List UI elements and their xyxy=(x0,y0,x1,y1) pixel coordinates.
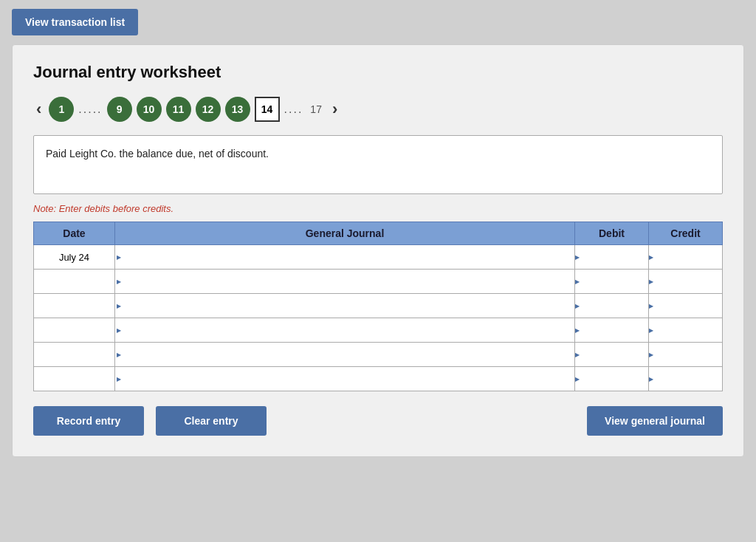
record-entry-button[interactable]: Record entry xyxy=(33,406,144,436)
credit-input-5[interactable] xyxy=(655,343,722,366)
step-14-current[interactable]: 14 xyxy=(255,97,280,122)
debit-cell-1[interactable] xyxy=(575,245,649,270)
table-row xyxy=(34,367,723,391)
gj-indicator-6 xyxy=(115,367,121,391)
gj-input-1[interactable] xyxy=(121,245,574,269)
main-panel: Journal entry worksheet ‹ 1 ..... 9 10 1… xyxy=(12,44,744,457)
view-general-journal-button[interactable]: View general journal xyxy=(587,406,723,436)
gj-input-4[interactable] xyxy=(121,318,574,342)
gj-input-3[interactable] xyxy=(121,294,574,318)
gj-indicator-5 xyxy=(115,343,121,366)
date-cell-3 xyxy=(34,294,115,318)
table-row xyxy=(34,343,723,367)
credit-cell-5[interactable] xyxy=(649,343,723,367)
gj-input-5[interactable] xyxy=(121,343,574,366)
gj-indicator-2 xyxy=(115,270,121,293)
credit-indicator-1 xyxy=(649,254,655,261)
debit-input-2[interactable] xyxy=(581,270,648,293)
table-header-row: Date General Journal Debit Credit xyxy=(34,222,723,245)
step-17[interactable]: 17 xyxy=(307,103,325,115)
step-10[interactable]: 10 xyxy=(137,97,162,122)
journal-table: Date General Journal Debit Credit July 2… xyxy=(33,222,723,391)
note-text: Note: Enter debits before credits. xyxy=(33,203,723,214)
debit-cell-4[interactable] xyxy=(575,318,649,343)
clear-entry-button[interactable]: Clear entry xyxy=(156,406,267,436)
credit-input-6[interactable] xyxy=(655,367,722,391)
date-cell-1: July 24 xyxy=(34,245,115,270)
button-row: Record entry Clear entry View general jo… xyxy=(33,406,723,436)
debit-cell-2[interactable] xyxy=(575,270,649,294)
top-bar: View transaction list xyxy=(0,0,756,44)
debit-input-5[interactable] xyxy=(581,343,648,366)
table-row xyxy=(34,318,723,343)
header-general-journal: General Journal xyxy=(115,222,575,245)
table-row: July 24 xyxy=(34,245,723,270)
gj-indicator-3 xyxy=(115,294,121,318)
credit-cell-3[interactable] xyxy=(649,294,723,318)
debit-input-4[interactable] xyxy=(581,318,648,342)
dots-1: ..... xyxy=(78,103,102,116)
step-navigation: ‹ 1 ..... 9 10 11 12 13 14 .... 17 › xyxy=(33,97,723,122)
view-transaction-button[interactable]: View transaction list xyxy=(12,9,138,35)
credit-indicator-2 xyxy=(649,278,655,285)
step-1[interactable]: 1 xyxy=(49,97,74,122)
next-arrow[interactable]: › xyxy=(329,100,340,119)
credit-indicator-4 xyxy=(649,327,655,334)
debit-cell-6[interactable] xyxy=(575,367,649,391)
debit-indicator-3 xyxy=(575,303,581,309)
header-credit: Credit xyxy=(649,222,723,245)
debit-indicator-1 xyxy=(575,254,581,261)
credit-indicator-3 xyxy=(649,303,655,309)
description-box: Paid Leight Co. the balance due, net of … xyxy=(33,135,723,194)
gj-cell-3[interactable] xyxy=(115,294,575,318)
credit-indicator-5 xyxy=(649,351,655,358)
debit-indicator-5 xyxy=(575,351,581,358)
date-cell-5 xyxy=(34,343,115,367)
debit-indicator-2 xyxy=(575,278,581,285)
header-debit: Debit xyxy=(575,222,649,245)
step-11[interactable]: 11 xyxy=(166,97,191,122)
table-row xyxy=(34,294,723,318)
debit-input-1[interactable] xyxy=(581,245,648,269)
header-date: Date xyxy=(34,222,115,245)
debit-input-6[interactable] xyxy=(581,367,648,391)
date-cell-2 xyxy=(34,270,115,294)
credit-input-3[interactable] xyxy=(655,294,722,318)
date-cell-4 xyxy=(34,318,115,343)
step-12[interactable]: 12 xyxy=(196,97,221,122)
credit-input-2[interactable] xyxy=(655,270,722,293)
step-9[interactable]: 9 xyxy=(107,97,132,122)
gj-cell-2[interactable] xyxy=(115,270,575,294)
worksheet-title: Journal entry worksheet xyxy=(33,63,723,82)
dots-2: .... xyxy=(284,103,303,116)
description-text: Paid Leight Co. the balance due, net of … xyxy=(46,148,269,159)
gj-cell-1[interactable] xyxy=(115,245,575,270)
table-row xyxy=(34,270,723,294)
gj-indicator-1 xyxy=(115,245,121,269)
credit-cell-6[interactable] xyxy=(649,367,723,391)
gj-input-6[interactable] xyxy=(121,367,574,391)
step-13[interactable]: 13 xyxy=(225,97,250,122)
credit-indicator-6 xyxy=(649,376,655,383)
gj-cell-6[interactable] xyxy=(115,367,575,391)
debit-cell-5[interactable] xyxy=(575,343,649,367)
gj-cell-4[interactable] xyxy=(115,318,575,343)
debit-indicator-6 xyxy=(575,376,581,383)
debit-cell-3[interactable] xyxy=(575,294,649,318)
debit-input-3[interactable] xyxy=(581,294,648,318)
gj-cell-5[interactable] xyxy=(115,343,575,367)
gj-indicator-4 xyxy=(115,318,121,342)
credit-cell-2[interactable] xyxy=(649,270,723,294)
credit-cell-4[interactable] xyxy=(649,318,723,343)
credit-input-1[interactable] xyxy=(655,245,722,269)
prev-arrow[interactable]: ‹ xyxy=(33,100,44,119)
credit-input-4[interactable] xyxy=(655,318,722,342)
date-cell-6 xyxy=(34,367,115,391)
credit-cell-1[interactable] xyxy=(649,245,723,270)
debit-indicator-4 xyxy=(575,327,581,334)
gj-input-2[interactable] xyxy=(121,270,574,293)
